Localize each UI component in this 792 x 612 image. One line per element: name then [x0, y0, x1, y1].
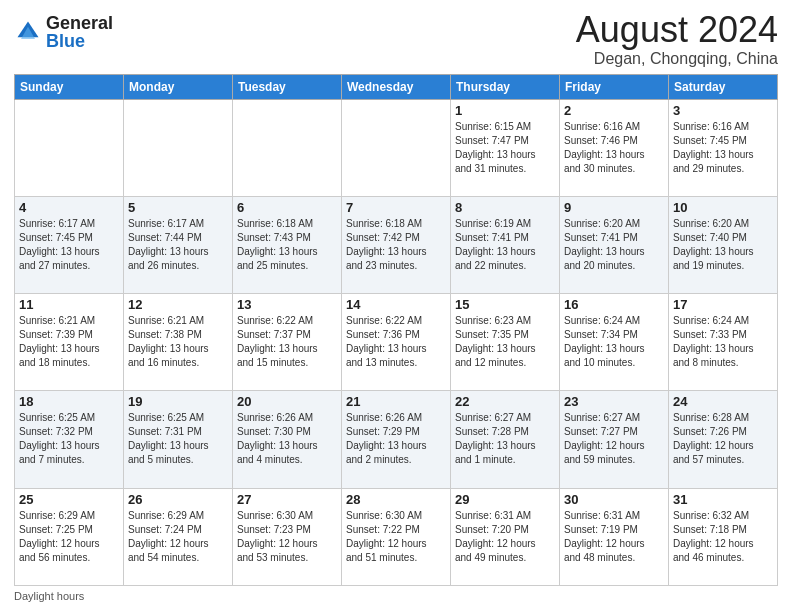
day-info: Sunrise: 6:16 AM Sunset: 7:46 PM Dayligh…: [564, 120, 664, 176]
weekday-header-friday: Friday: [560, 74, 669, 99]
day-number: 20: [237, 394, 337, 409]
day-number: 5: [128, 200, 228, 215]
calendar-cell: 7Sunrise: 6:18 AM Sunset: 7:42 PM Daylig…: [342, 196, 451, 293]
logo: General Blue: [14, 14, 113, 50]
calendar-cell: 26Sunrise: 6:29 AM Sunset: 7:24 PM Dayli…: [124, 488, 233, 585]
day-info: Sunrise: 6:24 AM Sunset: 7:34 PM Dayligh…: [564, 314, 664, 370]
weekday-header-sunday: Sunday: [15, 74, 124, 99]
day-info: Sunrise: 6:27 AM Sunset: 7:27 PM Dayligh…: [564, 411, 664, 467]
day-number: 28: [346, 492, 446, 507]
calendar-cell: 24Sunrise: 6:28 AM Sunset: 7:26 PM Dayli…: [669, 391, 778, 488]
day-info: Sunrise: 6:18 AM Sunset: 7:42 PM Dayligh…: [346, 217, 446, 273]
day-number: 7: [346, 200, 446, 215]
header-row: General Blue August 2024 Degan, Chongqin…: [14, 10, 778, 68]
day-info: Sunrise: 6:26 AM Sunset: 7:30 PM Dayligh…: [237, 411, 337, 467]
calendar-week-row: 4Sunrise: 6:17 AM Sunset: 7:45 PM Daylig…: [15, 196, 778, 293]
calendar-cell: 20Sunrise: 6:26 AM Sunset: 7:30 PM Dayli…: [233, 391, 342, 488]
calendar-cell: 16Sunrise: 6:24 AM Sunset: 7:34 PM Dayli…: [560, 294, 669, 391]
calendar-cell: 8Sunrise: 6:19 AM Sunset: 7:41 PM Daylig…: [451, 196, 560, 293]
day-number: 1: [455, 103, 555, 118]
day-number: 12: [128, 297, 228, 312]
month-title: August 2024: [576, 10, 778, 50]
day-info: Sunrise: 6:25 AM Sunset: 7:31 PM Dayligh…: [128, 411, 228, 467]
weekday-header-saturday: Saturday: [669, 74, 778, 99]
logo-general-text: General: [46, 13, 113, 33]
day-info: Sunrise: 6:20 AM Sunset: 7:41 PM Dayligh…: [564, 217, 664, 273]
day-info: Sunrise: 6:31 AM Sunset: 7:19 PM Dayligh…: [564, 509, 664, 565]
day-info: Sunrise: 6:23 AM Sunset: 7:35 PM Dayligh…: [455, 314, 555, 370]
day-number: 31: [673, 492, 773, 507]
day-info: Sunrise: 6:31 AM Sunset: 7:20 PM Dayligh…: [455, 509, 555, 565]
calendar-cell: 18Sunrise: 6:25 AM Sunset: 7:32 PM Dayli…: [15, 391, 124, 488]
day-info: Sunrise: 6:19 AM Sunset: 7:41 PM Dayligh…: [455, 217, 555, 273]
day-number: 16: [564, 297, 664, 312]
day-number: 13: [237, 297, 337, 312]
day-info: Sunrise: 6:30 AM Sunset: 7:23 PM Dayligh…: [237, 509, 337, 565]
day-number: 9: [564, 200, 664, 215]
day-number: 18: [19, 394, 119, 409]
day-info: Sunrise: 6:22 AM Sunset: 7:37 PM Dayligh…: [237, 314, 337, 370]
day-number: 24: [673, 394, 773, 409]
day-number: 17: [673, 297, 773, 312]
calendar-cell: 2Sunrise: 6:16 AM Sunset: 7:46 PM Daylig…: [560, 99, 669, 196]
day-number: 10: [673, 200, 773, 215]
day-info: Sunrise: 6:21 AM Sunset: 7:38 PM Dayligh…: [128, 314, 228, 370]
weekday-header-tuesday: Tuesday: [233, 74, 342, 99]
calendar-week-row: 11Sunrise: 6:21 AM Sunset: 7:39 PM Dayli…: [15, 294, 778, 391]
calendar-cell: 29Sunrise: 6:31 AM Sunset: 7:20 PM Dayli…: [451, 488, 560, 585]
day-info: Sunrise: 6:27 AM Sunset: 7:28 PM Dayligh…: [455, 411, 555, 467]
day-number: 29: [455, 492, 555, 507]
calendar-cell: 25Sunrise: 6:29 AM Sunset: 7:25 PM Dayli…: [15, 488, 124, 585]
day-info: Sunrise: 6:29 AM Sunset: 7:25 PM Dayligh…: [19, 509, 119, 565]
day-info: Sunrise: 6:24 AM Sunset: 7:33 PM Dayligh…: [673, 314, 773, 370]
day-number: 6: [237, 200, 337, 215]
calendar-cell: 13Sunrise: 6:22 AM Sunset: 7:37 PM Dayli…: [233, 294, 342, 391]
day-info: Sunrise: 6:17 AM Sunset: 7:44 PM Dayligh…: [128, 217, 228, 273]
calendar-cell: 1Sunrise: 6:15 AM Sunset: 7:47 PM Daylig…: [451, 99, 560, 196]
location-title: Degan, Chongqing, China: [576, 50, 778, 68]
day-info: Sunrise: 6:26 AM Sunset: 7:29 PM Dayligh…: [346, 411, 446, 467]
day-info: Sunrise: 6:30 AM Sunset: 7:22 PM Dayligh…: [346, 509, 446, 565]
day-number: 27: [237, 492, 337, 507]
calendar-cell: 6Sunrise: 6:18 AM Sunset: 7:43 PM Daylig…: [233, 196, 342, 293]
weekday-header-wednesday: Wednesday: [342, 74, 451, 99]
title-block: August 2024 Degan, Chongqing, China: [576, 10, 778, 68]
calendar-cell: 10Sunrise: 6:20 AM Sunset: 7:40 PM Dayli…: [669, 196, 778, 293]
day-info: Sunrise: 6:17 AM Sunset: 7:45 PM Dayligh…: [19, 217, 119, 273]
day-number: 26: [128, 492, 228, 507]
calendar-cell: [233, 99, 342, 196]
weekday-header-monday: Monday: [124, 74, 233, 99]
day-info: Sunrise: 6:32 AM Sunset: 7:18 PM Dayligh…: [673, 509, 773, 565]
day-info: Sunrise: 6:28 AM Sunset: 7:26 PM Dayligh…: [673, 411, 773, 467]
calendar-cell: 3Sunrise: 6:16 AM Sunset: 7:45 PM Daylig…: [669, 99, 778, 196]
calendar-cell: 5Sunrise: 6:17 AM Sunset: 7:44 PM Daylig…: [124, 196, 233, 293]
day-info: Sunrise: 6:16 AM Sunset: 7:45 PM Dayligh…: [673, 120, 773, 176]
calendar-cell: 22Sunrise: 6:27 AM Sunset: 7:28 PM Dayli…: [451, 391, 560, 488]
day-number: 14: [346, 297, 446, 312]
day-number: 25: [19, 492, 119, 507]
calendar-cell: 4Sunrise: 6:17 AM Sunset: 7:45 PM Daylig…: [15, 196, 124, 293]
logo-blue-text: Blue: [46, 31, 85, 51]
calendar-week-row: 18Sunrise: 6:25 AM Sunset: 7:32 PM Dayli…: [15, 391, 778, 488]
calendar-cell: 23Sunrise: 6:27 AM Sunset: 7:27 PM Dayli…: [560, 391, 669, 488]
day-number: 21: [346, 394, 446, 409]
calendar-cell: 31Sunrise: 6:32 AM Sunset: 7:18 PM Dayli…: [669, 488, 778, 585]
day-info: Sunrise: 6:25 AM Sunset: 7:32 PM Dayligh…: [19, 411, 119, 467]
day-number: 30: [564, 492, 664, 507]
calendar-week-row: 25Sunrise: 6:29 AM Sunset: 7:25 PM Dayli…: [15, 488, 778, 585]
calendar-cell: 17Sunrise: 6:24 AM Sunset: 7:33 PM Dayli…: [669, 294, 778, 391]
calendar-cell: [124, 99, 233, 196]
footer-note: Daylight hours: [14, 590, 778, 602]
calendar-cell: 28Sunrise: 6:30 AM Sunset: 7:22 PM Dayli…: [342, 488, 451, 585]
logo-icon: [14, 18, 42, 46]
day-number: 15: [455, 297, 555, 312]
daylight-label: Daylight hours: [14, 590, 84, 602]
calendar-cell: 21Sunrise: 6:26 AM Sunset: 7:29 PM Dayli…: [342, 391, 451, 488]
day-number: 19: [128, 394, 228, 409]
calendar-cell: 19Sunrise: 6:25 AM Sunset: 7:31 PM Dayli…: [124, 391, 233, 488]
calendar-cell: 14Sunrise: 6:22 AM Sunset: 7:36 PM Dayli…: [342, 294, 451, 391]
day-info: Sunrise: 6:21 AM Sunset: 7:39 PM Dayligh…: [19, 314, 119, 370]
calendar-cell: [342, 99, 451, 196]
day-number: 4: [19, 200, 119, 215]
calendar-week-row: 1Sunrise: 6:15 AM Sunset: 7:47 PM Daylig…: [15, 99, 778, 196]
